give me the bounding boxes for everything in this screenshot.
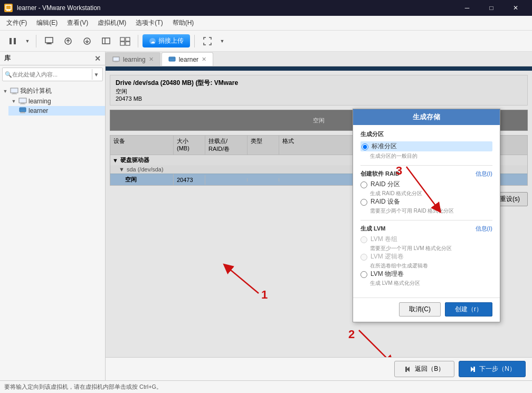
expand-icon-mycomputer: ▼: [2, 89, 8, 94]
radio-lvm-pv[interactable]: LVM 物理卷: [360, 270, 492, 279]
tab-close-learner[interactable]: ✕: [202, 56, 206, 63]
radio-standard-partition[interactable]: 标准分区: [360, 141, 492, 151]
svg-rect-5: [14, 38, 16, 44]
tab-icon-learning: [112, 56, 120, 63]
toolbar: ▼ ☁ 捐接上传 ▼: [0, 31, 532, 52]
radio-lvm-lv[interactable]: LVM 逻辑卷: [360, 252, 492, 261]
svg-rect-25: [21, 103, 24, 104]
back-button[interactable]: 返回（B）: [394, 361, 454, 377]
sidebar-item-learner[interactable]: learner: [8, 106, 105, 116]
tab-close-learning[interactable]: ✕: [149, 56, 154, 63]
svg-rect-33: [169, 57, 175, 61]
svg-rect-44: [405, 367, 407, 372]
sidebar-item-mycomputer[interactable]: ▼ 我的计算机: [0, 85, 105, 97]
content-area: learning ✕ learner ✕ Drive /dev/sda (204…: [106, 52, 532, 380]
maximize-button[interactable]: □: [479, 0, 504, 16]
vm-tool-4[interactable]: [98, 33, 115, 50]
back-icon: [404, 366, 412, 373]
next-button[interactable]: 下一步（N）: [459, 361, 526, 377]
tab-learner-label: learner: [179, 56, 198, 63]
modal-title: 生成存储: [353, 109, 500, 125]
menu-tab[interactable]: 选项卡(T): [131, 17, 167, 29]
menu-file[interactable]: 文件(F): [2, 17, 31, 29]
radio-lvm-pv-input[interactable]: [360, 271, 367, 278]
radio-raid-device[interactable]: RAID 设备: [360, 197, 492, 206]
svg-rect-31: [113, 57, 119, 61]
back-label: 返回（B）: [415, 365, 444, 373]
next-label: 下一步（N）: [479, 365, 516, 373]
search-input[interactable]: [12, 71, 92, 78]
svg-rect-46: [473, 367, 475, 372]
radio-raid-device-input[interactable]: [360, 199, 367, 206]
status-text: 要将输入定向到该虚拟机，请在虚拟机内部单击或按 Ctrl+G。: [4, 383, 162, 391]
menu-edit[interactable]: 编辑(E): [32, 17, 62, 29]
window-title: learner - VMware Workstation: [17, 4, 455, 12]
radio-raid-partition-sublabel: 生成 RAID 格式化分区: [370, 190, 492, 197]
vm-tool-3[interactable]: [79, 33, 96, 50]
search-icon: 🔍: [5, 71, 12, 78]
svg-rect-4: [10, 38, 12, 44]
modal-overlay: 生成存储 生成分区 标准分区 生成分区的一般目的: [106, 66, 532, 357]
toolbar-sep-2: [138, 35, 138, 47]
vm-tool-1[interactable]: [41, 33, 58, 50]
radio-lvm-lv-label: LVM 逻辑卷: [370, 252, 404, 261]
tree-child-learner: learner: [0, 106, 105, 116]
svg-rect-32: [115, 61, 118, 62]
radio-lvm-vg[interactable]: LVM 卷组: [360, 235, 492, 244]
svg-rect-17: [120, 42, 125, 45]
pause-dropdown[interactable]: ▼: [23, 33, 32, 50]
radio-raid-partition[interactable]: RAID 分区: [360, 180, 492, 189]
close-button[interactable]: ✕: [504, 0, 528, 16]
baidu-upload-button[interactable]: ☁ 捐接上传: [142, 34, 190, 47]
radio-standard-input[interactable]: [362, 143, 368, 150]
radio-raid-partition-label: RAID 分区: [370, 180, 400, 189]
radio-lvm-lv-sublabel: 在所选卷组中生成逻辑卷: [370, 262, 492, 270]
svg-rect-18: [126, 42, 130, 45]
sidebar-learner-label: learner: [28, 107, 48, 114]
sidebar-close-button[interactable]: ✕: [94, 54, 101, 63]
svg-rect-6: [45, 37, 53, 43]
title-bar: learner - VMware Workstation ─ □ ✕: [0, 0, 532, 16]
create-storage-modal: 生成存储 生成分区 标准分区 生成分区的一般目的: [353, 109, 500, 322]
vm-tool-5[interactable]: [117, 33, 134, 50]
modal-cancel-button[interactable]: 取消(C): [399, 302, 441, 317]
minimize-button[interactable]: ─: [455, 0, 479, 16]
tab-learner[interactable]: learner ✕: [162, 52, 213, 66]
section3-title: 生成 LVM: [360, 225, 385, 233]
menu-help[interactable]: 帮助(H): [168, 17, 198, 29]
menu-bar: 文件(F) 编辑(E) 查看(V) 虚拟机(M) 选项卡(T) 帮助(H): [0, 16, 532, 31]
radio-raid-partition-input[interactable]: [360, 181, 367, 188]
main-layout: 库 ✕ 🔍 ▼ ▼ 我的计算机 ▼ learning: [0, 52, 532, 380]
menu-vm[interactable]: 虚拟机(M): [93, 17, 130, 29]
svg-rect-27: [20, 108, 26, 112]
bottom-nav: 返回（B） 下一步（N）: [106, 357, 532, 380]
search-dropdown-icon[interactable]: ▼: [92, 69, 100, 80]
modal-body: 生成分区 标准分区 生成分区的一般目的 创建软件 RAID: [353, 125, 500, 298]
sidebar-title: 库: [4, 54, 11, 63]
sidebar-tree: ▼ 我的计算机 ▼ learning learner: [0, 83, 105, 118]
svg-text:☁: ☁: [150, 39, 155, 44]
vm-tool-2[interactable]: [60, 33, 77, 50]
toolbar-sep-3: [194, 35, 195, 47]
tab-learning[interactable]: learning ✕: [106, 52, 160, 66]
svg-rect-0: [6, 5, 11, 9]
sidebar-item-learning[interactable]: ▼ learning: [8, 97, 105, 106]
section2-info-link[interactable]: 信息(I): [476, 170, 492, 178]
sidebar: 库 ✕ 🔍 ▼ ▼ 我的计算机 ▼ learning: [0, 52, 106, 380]
tree-child-learning: ▼ learning: [0, 97, 105, 106]
svg-rect-29: [21, 112, 25, 113]
fullscreen-button[interactable]: [199, 33, 216, 50]
pause-button[interactable]: [4, 33, 21, 50]
radio-group-raid: RAID 分区 生成 RAID 格式化分区 RAID 设备 需要至少两个可用 R…: [360, 180, 492, 215]
svg-rect-15: [120, 37, 125, 41]
menu-view[interactable]: 查看(V): [63, 17, 92, 29]
radio-standard-label: 标准分区: [372, 142, 397, 151]
vm-icon-learner: [18, 107, 27, 114]
fullscreen-dropdown[interactable]: ▼: [218, 33, 226, 50]
my-computer-label: 我的计算机: [20, 87, 52, 95]
expand-icon-learning: ▼: [11, 99, 17, 104]
section3-info-link[interactable]: 信息(I): [476, 225, 492, 233]
svg-rect-13: [102, 38, 110, 44]
sidebar-search-container: 🔍 ▼: [2, 68, 103, 81]
modal-create-button[interactable]: 创建（r）: [445, 302, 492, 317]
